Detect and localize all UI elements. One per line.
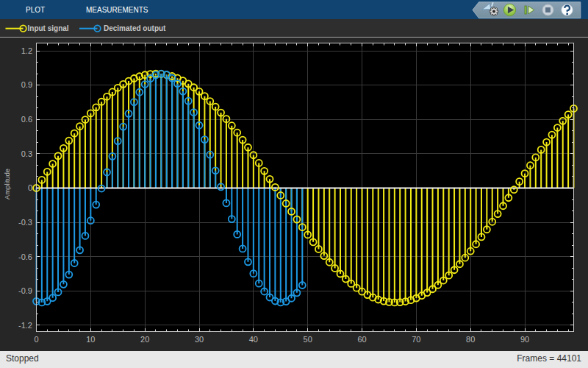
- svg-text:-0.9: -0.9: [18, 286, 32, 295]
- svg-text:70: 70: [412, 335, 420, 344]
- svg-text:0: 0: [34, 335, 38, 344]
- svg-text:60: 60: [357, 335, 366, 344]
- svg-text:20: 20: [140, 335, 149, 344]
- svg-text:-0.6: -0.6: [18, 252, 32, 261]
- svg-text:Decimated output: Decimated output: [104, 24, 166, 32]
- svg-text:1.2: 1.2: [21, 46, 32, 55]
- svg-text:-0.3: -0.3: [18, 218, 32, 227]
- svg-text:0.3: 0.3: [21, 149, 32, 158]
- svg-text:0: 0: [28, 183, 32, 192]
- svg-text:0.9: 0.9: [21, 80, 32, 89]
- svg-text:80: 80: [466, 335, 475, 344]
- svg-text:30: 30: [195, 335, 204, 344]
- svg-text:50: 50: [304, 335, 312, 344]
- svg-text:0.6: 0.6: [21, 115, 32, 124]
- svg-text:90: 90: [520, 335, 529, 344]
- svg-text:-1.2: -1.2: [18, 321, 32, 330]
- svg-text:10: 10: [86, 335, 95, 344]
- svg-text:Amplitude: Amplitude: [3, 169, 11, 199]
- svg-text:40: 40: [249, 335, 258, 344]
- svg-text:Input signal: Input signal: [28, 24, 69, 32]
